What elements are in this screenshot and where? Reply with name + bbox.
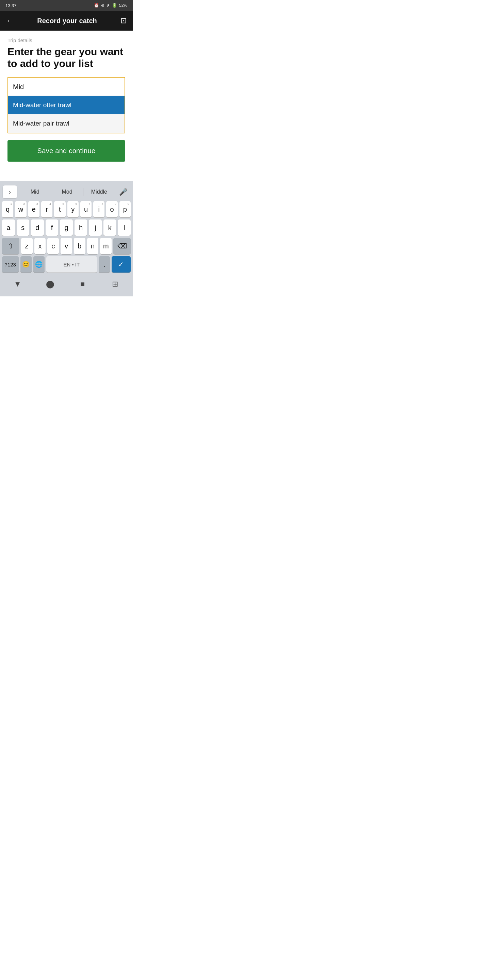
key-p[interactable]: 0p [119,201,130,218]
suggestion-middle[interactable]: Middle [83,186,115,198]
key-z[interactable]: z [21,238,33,254]
key-a[interactable]: a [2,220,15,236]
nav-keyboard-button[interactable]: ⊞ [108,278,123,290]
key-w[interactable]: 2w [15,201,26,218]
key-enter[interactable]: ✓ [111,256,130,272]
key-l[interactable]: l [118,220,130,236]
key-globe[interactable]: 🌐 [33,256,45,272]
key-n[interactable]: n [87,238,99,254]
expand-suggestions-button[interactable]: › [3,185,17,198]
key-u[interactable]: 7u [80,201,92,218]
toolbar: ← Record your catch ⊡ [0,11,133,30]
keyboard-row-1: 1q 2w 3e 4r 5t 6y 7u 8i 9o 0p [2,201,130,218]
nav-home-button[interactable]: ⬤ [43,278,57,290]
gear-input-wrapper: Mid-water otter trawl Mid-water pair tra… [8,77,125,134]
alarm-icon: ⏰ [94,3,99,8]
key-backspace[interactable]: ⌫ [113,238,130,254]
page-title: Record your catch [37,17,97,25]
key-r[interactable]: 4r [41,201,52,218]
key-period[interactable]: . [99,256,110,272]
gear-search-input[interactable] [8,78,124,95]
key-v[interactable]: v [60,238,72,254]
key-symbols[interactable]: ?123 [2,256,19,272]
dropdown-item-pair-trawl[interactable]: Mid-water pair trawl [8,115,124,133]
key-j[interactable]: j [89,220,102,236]
keyboard-row-3: ⇧ z x c v b n m ⌫ [2,238,130,254]
section-label: Trip details [8,37,125,43]
key-t[interactable]: 5t [54,201,65,218]
battery-icon: 🔋 [112,3,117,8]
suggestion-mid[interactable]: Mid [19,186,51,198]
nav-bar: ▼ ⬤ ■ ⊞ [2,275,131,295]
dnd-icon: ⊖ [101,3,105,8]
status-time: 13:37 [5,3,17,8]
key-shift[interactable]: ⇧ [2,238,19,254]
key-o[interactable]: 9o [106,201,118,218]
nav-back-button[interactable]: ▼ [10,278,25,290]
microphone-button[interactable]: 🎤 [117,185,130,198]
status-icons: ⏰ ⊖ ✗ 🔋 52% [94,3,127,8]
status-bar: 13:37 ⏰ ⊖ ✗ 🔋 52% [0,0,133,11]
keyboard-row-2: a s d f g h j k l [2,220,130,236]
key-d[interactable]: d [31,220,44,236]
battery-level: 52% [119,3,127,8]
key-q[interactable]: 1q [2,201,13,218]
dropdown-item-otter-trawl[interactable]: Mid-water otter trawl [8,96,124,115]
save-continue-button[interactable]: Save and continue [8,140,125,162]
key-m[interactable]: m [100,238,111,254]
key-g[interactable]: g [60,220,73,236]
gear-dropdown: Mid-water otter trawl Mid-water pair tra… [8,95,124,133]
nav-recents-button[interactable]: ■ [75,278,90,290]
key-s[interactable]: s [17,220,30,236]
key-y[interactable]: 6y [67,201,79,218]
keyboard-rows: 1q 2w 3e 4r 5t 6y 7u 8i 9o 0p a s d f g … [2,201,131,272]
export-button[interactable]: ⊡ [121,16,127,25]
keyboard-row-4: ?123 😊 🌐 EN • IT . ✓ [2,256,130,272]
section-heading: Enter the gear you want to add to your l… [8,46,125,69]
key-emoji[interactable]: 😊 [21,256,32,272]
suggestion-mod[interactable]: Mod [51,186,83,198]
suggestions-row: › Mid Mod Middle 🎤 [2,183,131,201]
back-button[interactable]: ← [6,16,14,25]
key-k[interactable]: k [103,220,116,236]
key-c[interactable]: c [47,238,59,254]
key-space[interactable]: EN • IT [46,256,97,272]
signal-icon: ✗ [107,3,110,8]
keyboard: › Mid Mod Middle 🎤 1q 2w 3e 4r 5t 6y 7u … [0,181,133,296]
key-f[interactable]: f [46,220,59,236]
key-b[interactable]: b [74,238,86,254]
key-h[interactable]: h [75,220,88,236]
key-e[interactable]: 3e [28,201,40,218]
main-content: Trip details Enter the gear you want to … [0,30,133,167]
key-x[interactable]: x [34,238,46,254]
key-i[interactable]: 8i [93,201,105,218]
